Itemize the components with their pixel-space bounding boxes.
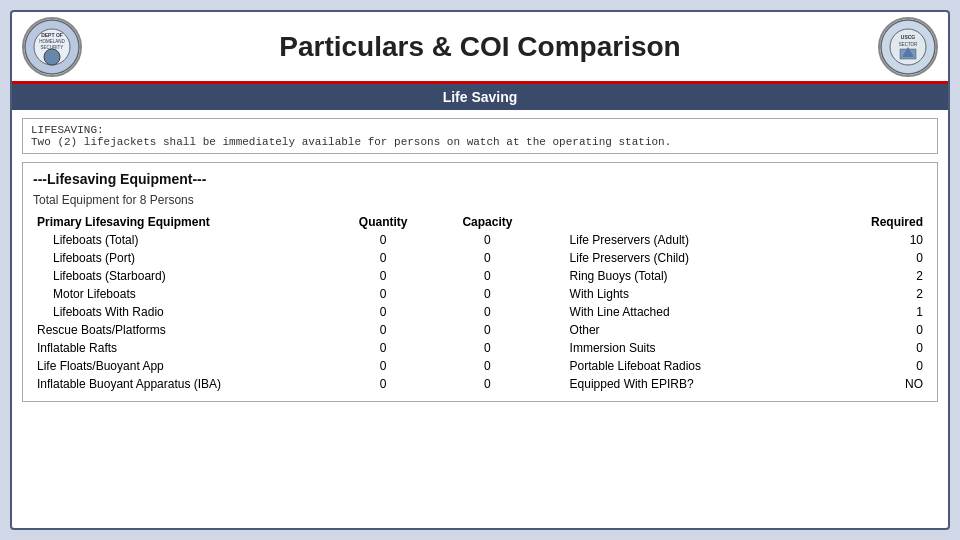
row-cap: 0 [435,267,539,285]
row-qty: 0 [331,267,435,285]
row-right-label: Ring Buoys (Total) [540,267,838,285]
row-label: Lifeboats (Starboard) [33,267,331,285]
notice-line2: Two (2) lifejackets shall be immediately… [31,136,929,148]
table-row: Inflatable Buoyant Apparatus (IBA)00Equi… [33,375,927,393]
row-cap: 0 [435,231,539,249]
equipment-box: ---Lifesaving Equipment--- Total Equipme… [22,162,938,402]
logo-right: USCG SECTOR [878,17,938,77]
content-area: LIFESAVING: Two (2) lifejackets shall be… [12,110,948,528]
row-cap: 0 [435,375,539,393]
row-required: 0 [838,321,927,339]
header-col4 [540,213,838,231]
row-required: 1 [838,303,927,321]
row-cap: 0 [435,249,539,267]
row-right-label: Life Preservers (Adult) [540,231,838,249]
row-label: Rescue Boats/Platforms [33,321,331,339]
row-required: 0 [838,249,927,267]
notice-line1: LIFESAVING: [31,124,929,136]
notice-box: LIFESAVING: Two (2) lifejackets shall be… [22,118,938,154]
row-required: 10 [838,231,927,249]
row-cap: 0 [435,357,539,375]
row-cap: 0 [435,285,539,303]
left-logo-circle: DEPT OF HOMELAND SECURITY [22,17,82,77]
row-qty: 0 [331,375,435,393]
row-qty: 0 [331,321,435,339]
row-qty: 0 [331,303,435,321]
equipment-table: Primary Lifesaving Equipment Quantity Ca… [33,213,927,393]
svg-text:USCG: USCG [901,34,916,40]
table-row: Lifeboats (Starboard)00Ring Buoys (Total… [33,267,927,285]
total-persons: Total Equipment for 8 Persons [33,193,927,207]
section-title: ---Lifesaving Equipment--- [33,171,927,187]
table-row: Inflatable Rafts00Immersion Suits0 [33,339,927,357]
row-right-label: Equipped With EPIRB? [540,375,838,393]
header-col3: Capacity [435,213,539,231]
row-qty: 0 [331,339,435,357]
header-col5: Required [838,213,927,231]
svg-point-5 [44,49,60,65]
table-row: Motor Lifeboats00With Lights2 [33,285,927,303]
row-cap: 0 [435,339,539,357]
row-label: Inflatable Rafts [33,339,331,357]
row-qty: 0 [331,285,435,303]
row-label: Life Floats/Buoyant App [33,357,331,375]
row-cap: 0 [435,321,539,339]
svg-text:HOMELAND: HOMELAND [39,39,65,44]
row-label: Lifeboats (Total) [33,231,331,249]
row-qty: 0 [331,357,435,375]
table-row: Lifeboats (Total)00Life Preservers (Adul… [33,231,927,249]
row-right-label: Immersion Suits [540,339,838,357]
right-logo-circle: USCG SECTOR [878,17,938,77]
row-required: NO [838,375,927,393]
row-required: 0 [838,339,927,357]
table-row: Lifeboats With Radio00With Line Attached… [33,303,927,321]
row-right-label: With Line Attached [540,303,838,321]
row-cap: 0 [435,303,539,321]
row-right-label: Portable Lifeboat Radios [540,357,838,375]
row-label: Lifeboats With Radio [33,303,331,321]
equipment-tbody: Lifeboats (Total)00Life Preservers (Adul… [33,231,927,393]
row-required: 0 [838,357,927,375]
tab-life-saving[interactable]: Life Saving [12,84,948,110]
row-label: Inflatable Buoyant Apparatus (IBA) [33,375,331,393]
table-row: Lifeboats (Port)00Life Preservers (Child… [33,249,927,267]
main-container: DEPT OF HOMELAND SECURITY Particulars & … [10,10,950,530]
row-required: 2 [838,285,927,303]
header-col1: Primary Lifesaving Equipment [33,213,331,231]
page-title: Particulars & COI Comparison [279,31,680,63]
row-label: Motor Lifeboats [33,285,331,303]
header-col2: Quantity [331,213,435,231]
svg-text:SECTOR: SECTOR [899,42,918,47]
header: DEPT OF HOMELAND SECURITY Particulars & … [12,12,948,84]
logo-left: DEPT OF HOMELAND SECURITY [22,17,82,77]
row-label: Lifeboats (Port) [33,249,331,267]
row-right-label: With Lights [540,285,838,303]
svg-text:DEPT OF: DEPT OF [41,32,63,38]
table-row: Life Floats/Buoyant App00Portable Lifebo… [33,357,927,375]
row-required: 2 [838,267,927,285]
row-qty: 0 [331,231,435,249]
row-right-label: Life Preservers (Child) [540,249,838,267]
row-qty: 0 [331,249,435,267]
table-header-row: Primary Lifesaving Equipment Quantity Ca… [33,213,927,231]
row-right-label: Other [540,321,838,339]
table-row: Rescue Boats/Platforms00Other0 [33,321,927,339]
